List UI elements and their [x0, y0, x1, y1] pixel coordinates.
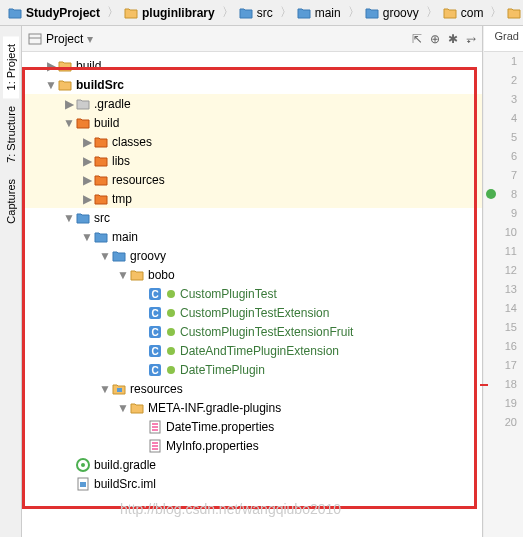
- tree-node[interactable]: ▼groovy: [22, 246, 482, 265]
- tree-twisty-icon[interactable]: ▼: [116, 401, 130, 415]
- tree-twisty-icon[interactable]: ▼: [98, 382, 112, 396]
- tree-node[interactable]: ▼src: [22, 208, 482, 227]
- breadcrumb-separator: 〉: [426, 4, 438, 21]
- folder-yellow-icon: [58, 59, 72, 73]
- tree-node[interactable]: build.gradle: [22, 455, 482, 474]
- tree-node[interactable]: CCustomPluginTest: [22, 284, 482, 303]
- editor-tab[interactable]: Grad: [484, 26, 523, 52]
- breadcrumb-item[interactable]: main: [293, 4, 345, 22]
- tree-twisty-icon[interactable]: ▼: [98, 249, 112, 263]
- folder-blue-icon: [76, 211, 90, 225]
- breadcrumb: StudyProject〉pluginlibrary〉src〉main〉groo…: [0, 0, 523, 26]
- settings-icon[interactable]: ✱: [448, 32, 458, 46]
- gutter-line-number[interactable]: 17: [484, 356, 523, 375]
- tree-node[interactable]: CCustomPluginTestExtensionFruit: [22, 322, 482, 341]
- gutter-line-number[interactable]: 6: [484, 147, 523, 166]
- gutter-line-number[interactable]: 11: [484, 242, 523, 261]
- breadcrumb-item[interactable]: com: [439, 4, 488, 22]
- gutter-line-number[interactable]: 7: [484, 166, 523, 185]
- breadcrumb-item[interactable]: src: [235, 4, 277, 22]
- tree-node[interactable]: ▶tmp: [22, 189, 482, 208]
- tree-twisty-icon[interactable]: ▼: [62, 116, 76, 130]
- tree-twisty-icon[interactable]: ▼: [62, 211, 76, 225]
- tool-window-tab[interactable]: Captures: [3, 171, 19, 232]
- tree-node[interactable]: ▼resources: [22, 379, 482, 398]
- tree-twisty-icon[interactable]: ▶: [80, 154, 94, 168]
- gutter-line-number[interactable]: 13: [484, 280, 523, 299]
- error-stripe-icon[interactable]: [480, 384, 488, 386]
- folder-grey-icon: [76, 97, 90, 111]
- folder-orange-icon: [94, 192, 108, 206]
- groovy-overlay-icon: [166, 365, 176, 375]
- tree-node[interactable]: ▼buildSrc: [22, 75, 482, 94]
- tree-node[interactable]: MyInfo.properties: [22, 436, 482, 455]
- tree-node[interactable]: ▶libs: [22, 151, 482, 170]
- tree-node[interactable]: CDateAndTimePluginExtension: [22, 341, 482, 360]
- tree-node[interactable]: CCustomPluginTestExtension: [22, 303, 482, 322]
- gutter-line-number[interactable]: 14: [484, 299, 523, 318]
- collapse-all-icon[interactable]: ⇱: [412, 32, 422, 46]
- tree-node-label: DateAndTimePluginExtension: [180, 344, 339, 358]
- breadcrumb-separator: 〉: [107, 4, 119, 21]
- hide-icon[interactable]: ⥅: [466, 32, 476, 46]
- dropdown-icon[interactable]: ▾: [87, 32, 93, 46]
- tree-twisty-icon[interactable]: ▼: [80, 230, 94, 244]
- gutter-line-number[interactable]: 16: [484, 337, 523, 356]
- project-tree[interactable]: ▶build▼buildSrc▶.gradle▼build▶classes▶li…: [22, 52, 482, 537]
- tree-node[interactable]: ▼bobo: [22, 265, 482, 284]
- tree-node[interactable]: ▶classes: [22, 132, 482, 151]
- tree-twisty-icon[interactable]: ▶: [80, 173, 94, 187]
- gutter-line-number[interactable]: 18: [484, 375, 523, 394]
- gutter-line-number[interactable]: 10: [484, 223, 523, 242]
- tool-window-tab[interactable]: 7: Structure: [3, 98, 19, 171]
- tree-node[interactable]: DateTime.properties: [22, 417, 482, 436]
- breadcrumb-item[interactable]: bobo: [503, 4, 523, 22]
- panel-title[interactable]: Project: [46, 32, 83, 46]
- gutter-line-number[interactable]: 4: [484, 109, 523, 128]
- breadcrumb-item[interactable]: StudyProject: [4, 4, 104, 22]
- gutter-run-icon[interactable]: [486, 189, 496, 199]
- tree-node[interactable]: ▶resources: [22, 170, 482, 189]
- gutter-line-number[interactable]: 1: [484, 52, 523, 71]
- class-icon: C: [148, 325, 162, 339]
- tree-node[interactable]: buildSrc.iml: [22, 474, 482, 493]
- tree-twisty-icon[interactable]: ▶: [44, 59, 58, 73]
- gutter-line-number[interactable]: 2: [484, 71, 523, 90]
- gutter-line-number[interactable]: 20: [484, 413, 523, 432]
- project-icon: [28, 32, 42, 46]
- tree-node-label: src: [94, 211, 110, 225]
- tool-window-tab[interactable]: 1: Project: [3, 36, 19, 98]
- breadcrumb-item[interactable]: groovy: [361, 4, 423, 22]
- gutter-line-number[interactable]: 15: [484, 318, 523, 337]
- prop-icon: [148, 420, 162, 434]
- tree-node[interactable]: ▼main: [22, 227, 482, 246]
- folder-yellow-icon: [58, 78, 72, 92]
- tree-twisty-icon[interactable]: ▶: [80, 135, 94, 149]
- breadcrumb-label: com: [461, 6, 484, 20]
- tree-twisty-icon[interactable]: ▶: [80, 192, 94, 206]
- tree-node[interactable]: CDateTimePlugin: [22, 360, 482, 379]
- folder-icon: [297, 6, 311, 20]
- scroll-from-source-icon[interactable]: ⊕: [430, 32, 440, 46]
- folder-icon: [507, 6, 521, 20]
- gutter-line-number[interactable]: 9: [484, 204, 523, 223]
- tree-twisty-icon[interactable]: ▼: [44, 78, 58, 92]
- folder-icon: [124, 6, 138, 20]
- gutter-line-number[interactable]: 19: [484, 394, 523, 413]
- tree-node[interactable]: ▼META-INF.gradle-plugins: [22, 398, 482, 417]
- tree-node[interactable]: ▼build: [22, 113, 482, 132]
- folder-yellow-icon: [130, 401, 144, 415]
- tree-node[interactable]: ▶.gradle: [22, 94, 482, 113]
- gutter-line-number[interactable]: 12: [484, 261, 523, 280]
- svg-point-27: [81, 463, 85, 467]
- breadcrumb-item[interactable]: pluginlibrary: [120, 4, 219, 22]
- folder-yellow-icon: [130, 268, 144, 282]
- svg-point-7: [167, 309, 175, 317]
- tree-twisty-icon[interactable]: ▼: [116, 268, 130, 282]
- gutter-line-number[interactable]: 5: [484, 128, 523, 147]
- gutter-line-number[interactable]: 8: [484, 185, 523, 204]
- tree-twisty-icon[interactable]: ▶: [62, 97, 76, 111]
- groovy-overlay-icon: [166, 327, 176, 337]
- tree-node[interactable]: ▶build: [22, 56, 482, 75]
- gutter-line-number[interactable]: 3: [484, 90, 523, 109]
